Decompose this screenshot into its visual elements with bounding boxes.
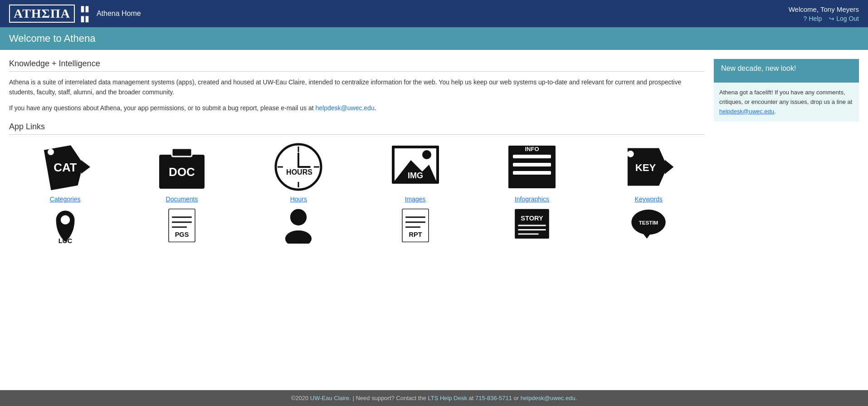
testimonials-label: Testimonials [631, 247, 666, 248]
left-content: Knowledge + Intelligence Athena is a sui… [9, 59, 705, 248]
hours-icon: HOURS [271, 142, 326, 192]
svg-rect-5 [172, 148, 192, 157]
app-home-label[interactable]: Athena Home [97, 10, 141, 18]
svg-point-19 [422, 150, 431, 159]
knowledge-para2: If you have any questions about Athena, … [9, 103, 705, 113]
keywords-label: Keywords [635, 196, 663, 203]
announcement-body: Athena got a facelift! If you have any c… [714, 83, 859, 122]
knowledge-email-link[interactable]: helpdesk@uwec.edu [316, 104, 375, 112]
svg-text:IMG: IMG [408, 171, 423, 180]
app-item-pages[interactable]: PGS Pages [126, 207, 238, 248]
documents-label: Documents [166, 196, 198, 203]
reports-label: Reports [404, 247, 426, 248]
knowledge-section: Knowledge + Intelligence Athena is a sui… [9, 59, 705, 113]
app-item-locations[interactable]: LOC Locations [9, 207, 121, 248]
keywords-icon: KEY [621, 142, 676, 192]
svg-rect-23 [513, 163, 551, 166]
app-grid-row2: LOC Locations PGS [9, 207, 705, 248]
svg-point-26 [627, 151, 634, 157]
pages-label: Pages [173, 247, 191, 248]
reports-icon: RPT [388, 207, 443, 244]
svg-text:STORY: STORY [521, 215, 543, 222]
app-item-documents[interactable]: DOC Documents [126, 142, 238, 203]
welcome-text: Welcome, Tony Meyers [789, 5, 859, 13]
locations-label: Locations [52, 247, 79, 248]
knowledge-para1: Athena is a suite of interrelated data m… [9, 77, 705, 98]
pages-icon: PGS [155, 207, 209, 244]
svg-text:PRI: PRI [294, 238, 303, 244]
images-icon: IMG [388, 142, 443, 192]
svg-point-31 [60, 215, 69, 225]
stories-icon: STORY [505, 207, 559, 244]
logo-area: ATHΣΠA ▮▮▮▮ Athena Home [9, 4, 141, 24]
logout-link[interactable]: ↪ Log Out [829, 15, 859, 22]
logo: ATHΣΠA [9, 5, 75, 23]
help-link[interactable]: ? Help [804, 15, 822, 22]
images-label: Images [405, 196, 426, 203]
header-links: ? Help ↪ Log Out [804, 15, 859, 22]
app-item-reports[interactable]: RPT Reports [359, 207, 471, 248]
app-grid: CAT Categories [9, 142, 705, 203]
announcement-title: New decade, new look! [721, 64, 852, 73]
svg-point-0 [48, 149, 54, 155]
svg-text:CAT: CAT [54, 161, 77, 174]
page-title-bar: Welcome to Athena [0, 27, 868, 50]
svg-marker-52 [642, 232, 652, 239]
profiles-label: Profiles [288, 247, 309, 248]
svg-text:DOC: DOC [169, 165, 195, 179]
svg-text:HOURS: HOURS [286, 168, 312, 176]
testimonials-icon: TESTIM [621, 207, 676, 244]
header-right: Welcome, Tony Meyers ? Help ↪ Log Out [789, 5, 859, 22]
svg-point-38 [290, 209, 307, 225]
categories-label: Categories [50, 196, 81, 203]
svg-text:KEY: KEY [635, 162, 656, 173]
hours-label: Hours [290, 196, 307, 203]
app-links-section: App Links CAT [9, 122, 705, 248]
categories-icon: CAT [38, 142, 93, 192]
svg-text:LOC: LOC [58, 237, 72, 244]
profiles-icon: PRI [271, 207, 326, 244]
documents-icon: DOC [155, 142, 209, 192]
page-title: Welcome to Athena [9, 33, 95, 44]
locations-icon: LOC [38, 207, 93, 244]
stories-label: Stories [522, 247, 542, 248]
app-item-testimonials[interactable]: TESTIM Testimonials [593, 207, 705, 248]
svg-rect-22 [513, 155, 551, 158]
svg-text:PGS: PGS [175, 231, 189, 239]
infographics-icon: INFO [505, 142, 559, 192]
infographics-label: Infographics [515, 196, 549, 203]
announcement-box: New decade, new look! [714, 59, 859, 83]
grid-icon: ▮▮▮▮ [80, 4, 89, 24]
announcement-email-link[interactable]: helpdesk@uwec.edu [719, 108, 774, 115]
app-item-infographics[interactable]: INFO Infographics [476, 142, 588, 203]
app-item-profiles[interactable]: PRI Profiles [243, 207, 355, 248]
knowledge-heading: Knowledge + Intelligence [9, 59, 705, 72]
header: ATHΣΠA ▮▮▮▮ Athena Home Welcome, Tony Me… [0, 0, 868, 27]
help-icon: ? [804, 15, 807, 22]
svg-text:RPT: RPT [409, 231, 422, 239]
app-item-hours[interactable]: HOURS Hours [243, 142, 355, 203]
app-links-heading: App Links [9, 122, 705, 135]
main-content: Knowledge + Intelligence Athena is a sui… [0, 50, 868, 257]
svg-text:TESTIM: TESTIM [639, 220, 658, 225]
app-item-stories[interactable]: STORY Stories [476, 207, 588, 248]
logout-icon: ↪ [829, 15, 834, 22]
svg-rect-24 [513, 171, 551, 175]
app-item-categories[interactable]: CAT Categories [9, 142, 121, 203]
right-panel: New decade, new look! Athena got a facel… [714, 59, 859, 248]
svg-text:INFO: INFO [525, 146, 539, 152]
app-item-images[interactable]: IMG Images [359, 142, 471, 203]
app-item-keywords[interactable]: KEY Keywords [593, 142, 705, 203]
